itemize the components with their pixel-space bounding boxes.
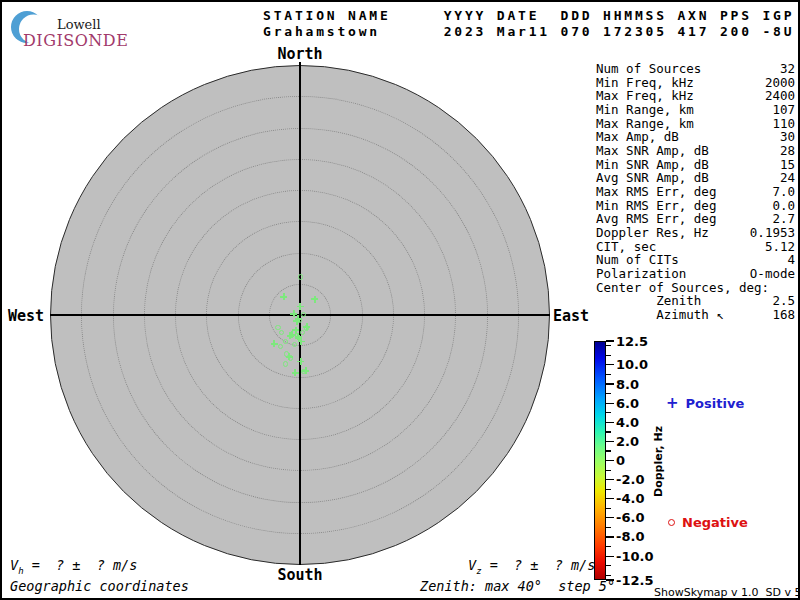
skymap-point-plus xyxy=(311,296,318,303)
stat-label: Avg SNR Amp, dB xyxy=(596,171,709,185)
colorbar-major-tick xyxy=(606,498,614,499)
measurement-stats-panel: Num of Sources32Min Freq, kHz2000Max Fre… xyxy=(596,62,795,321)
doppler-colorbar-title: Doppler, Hz xyxy=(652,425,666,497)
stat-row: Num of CITs4 xyxy=(596,253,795,267)
stat-row: Min RMS Err, deg0.0 xyxy=(596,199,795,213)
stat-value: 0.1953 xyxy=(750,226,795,240)
skymap-point-plus xyxy=(302,367,309,374)
colorbar-minor-tick xyxy=(606,489,611,490)
stat-row: Azimuth ↖168 xyxy=(596,308,795,322)
stat-row: PolarizationO-mode xyxy=(596,267,795,281)
stat-value: 2.7 xyxy=(772,212,795,226)
stat-row: Max Range, km110 xyxy=(596,117,795,131)
stat-label: Min Range, km xyxy=(596,103,694,117)
colorbar-minor-tick xyxy=(606,412,611,413)
legend-negative-label: Negative xyxy=(682,515,748,530)
stat-label: Zenith xyxy=(596,294,701,308)
skymap-point-circle xyxy=(298,274,304,280)
stat-label: CIT, sec xyxy=(596,240,656,254)
colorbar-tick-label: -4.0 xyxy=(616,491,644,506)
stat-label: Max SNR Amp, dB xyxy=(596,144,709,158)
colorbar-minor-tick xyxy=(606,345,611,346)
skymap-point-circle xyxy=(283,361,289,367)
colorbar-minor-tick xyxy=(606,355,611,356)
colorbar-minor-tick xyxy=(606,374,611,375)
colorbar-minor-tick xyxy=(606,431,611,432)
software-version: ShowSkymap v 1.0 SD v 5.1 xyxy=(654,586,800,599)
colorbar-tick-label: -12.5 xyxy=(616,573,653,588)
colorbar-minor-tick xyxy=(606,575,611,576)
colorbar-major-tick xyxy=(606,383,614,384)
colorbar-minor-tick xyxy=(606,508,611,509)
compass-label-west: West xyxy=(8,307,44,325)
skymap-point-plus xyxy=(292,369,299,376)
skymap-point-plus xyxy=(297,303,304,310)
stat-value: 168 xyxy=(772,308,795,322)
colorbar-minor-tick xyxy=(606,527,611,528)
stat-row: Doppler Res, Hz0.1953 xyxy=(596,226,795,240)
logo-text-lowell: Lowell xyxy=(57,17,101,32)
stat-label: Max RMS Err, deg xyxy=(596,185,716,199)
plus-marker-icon: + xyxy=(666,397,679,410)
stat-value: 0.0 xyxy=(772,199,795,213)
stat-value: 7.0 xyxy=(772,185,795,199)
stat-label: Azimuth ↖ xyxy=(596,308,724,322)
colorbar-major-tick xyxy=(606,517,614,518)
colorbar-tick-label: 8.0 xyxy=(616,377,639,392)
logo-text-digisonde: DIGISONDE xyxy=(23,31,128,50)
coordinates-note: Geographic coordinates xyxy=(10,578,189,594)
colorbar-minor-tick xyxy=(606,470,611,471)
stat-row: Max Freq, kHz2400 xyxy=(596,89,795,103)
colorbar-major-tick xyxy=(606,556,614,557)
doppler-colorbar xyxy=(594,341,606,580)
station-header-row2: Grahamstown 2023 Mar11 070 172305 417 20… xyxy=(263,24,794,39)
colorbar-major-tick xyxy=(606,403,614,404)
stat-row: Min Freq, kHz2000 xyxy=(596,76,795,90)
colorbar-major-tick xyxy=(606,460,614,461)
station-header: STATION NAME YYYY DATE DDD HHMMSS AXN PP… xyxy=(263,8,794,40)
colorbar-major-tick xyxy=(606,441,614,442)
stat-value: 5.12 xyxy=(765,240,795,254)
colorbar-major-tick xyxy=(606,536,614,537)
compass-label-east: East xyxy=(553,307,589,325)
colorbar-minor-tick xyxy=(606,450,611,451)
stat-label: Num of CITs xyxy=(596,253,679,267)
stat-row: Avg SNR Amp, dB24 xyxy=(596,171,795,185)
zenith-range-note: Zenith: max 40° step 5° xyxy=(420,578,615,594)
skymap-point-plus xyxy=(280,293,287,300)
stat-row: Max Amp, dB30 xyxy=(596,130,795,144)
stat-label: Doppler Res, Hz xyxy=(596,226,709,240)
colorbar-major-tick xyxy=(606,364,614,365)
skymap-point-plus xyxy=(293,318,300,325)
skymap-point-plus xyxy=(295,333,302,340)
colorbar-tick-label: -10.0 xyxy=(616,549,653,564)
stat-value: 4 xyxy=(787,253,795,267)
stat-label: Max Freq, kHz xyxy=(596,89,694,103)
stat-row: CIT, sec5.12 xyxy=(596,240,795,254)
skymap-window: Lowell DIGISONDE STATION NAME YYYY DATE … xyxy=(0,0,800,600)
circle-marker-icon xyxy=(668,519,675,526)
colorbar-major-tick xyxy=(606,422,614,423)
colorbar-tick-label: 0 xyxy=(616,453,625,468)
stat-row: Num of Sources32 xyxy=(596,62,795,76)
station-header-row1: STATION NAME YYYY DATE DDD HHMMSS AXN PP… xyxy=(263,8,794,23)
lowell-digisonde-logo: Lowell DIGISONDE xyxy=(10,8,160,52)
stat-value: 28 xyxy=(780,144,795,158)
stat-label: Center of Sources, deg: xyxy=(596,281,769,295)
stat-value: 2400 xyxy=(765,89,795,103)
stat-value: 2000 xyxy=(765,76,795,90)
stat-label: Max Range, km xyxy=(596,117,694,131)
horizontal-velocity-readout: Vh = ? ± ? m/s xyxy=(10,557,137,576)
colorbar-major-tick xyxy=(606,479,614,480)
colorbar-tick-label: -8.0 xyxy=(616,529,644,544)
skymap-point-plus xyxy=(297,358,304,365)
compass-label-north: North xyxy=(277,45,322,63)
skymap-point-circle xyxy=(288,355,294,361)
stat-row: Center of Sources, deg: xyxy=(596,281,795,295)
stat-row: Max SNR Amp, dB28 xyxy=(596,144,795,158)
stat-label: Max Amp, dB xyxy=(596,130,679,144)
colorbar-tick-label: 12.5 xyxy=(616,334,648,349)
stat-value: 32 xyxy=(780,62,795,76)
stat-row: Avg RMS Err, deg2.7 xyxy=(596,212,795,226)
skymap-point-circle xyxy=(304,325,310,331)
